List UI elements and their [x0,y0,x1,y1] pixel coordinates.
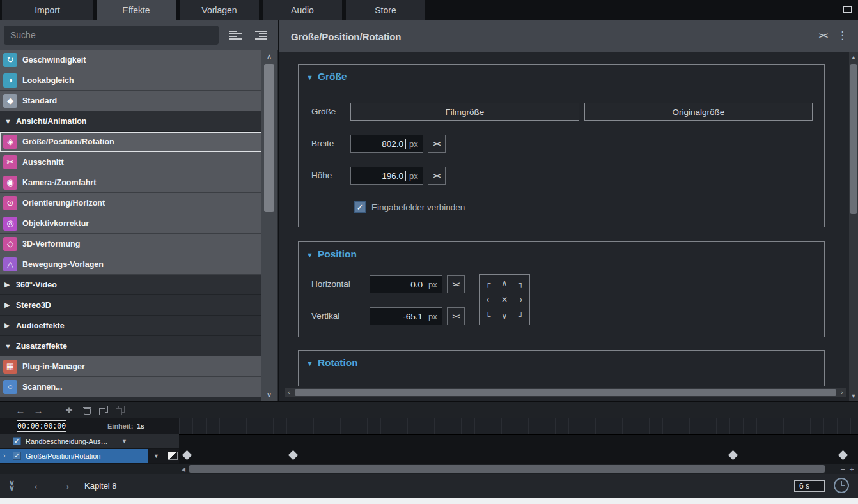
curve-editor-icon[interactable] [168,452,178,460]
move-left-button[interactable]: ‹ [480,291,496,308]
unit-value[interactable]: 1s [137,422,144,430]
horizontal-input[interactable]: 0.0 px [370,275,442,293]
move-down-button[interactable]: ∨ [496,308,513,325]
collapse-panel-icon[interactable]: ∨∨ [9,480,15,491]
tab-vorlagen[interactable]: Vorlagen [180,0,259,20]
track-enabled-checkbox[interactable]: ✓ [13,452,21,460]
move-bottom-right-button[interactable]: ┘ [513,308,529,325]
vertical-input[interactable]: -65.1 px [370,307,442,325]
keyframe-area[interactable] [179,418,858,464]
content-vertical-scrollbar[interactable]: ▲ ▼ [849,52,858,401]
tab-audio[interactable]: Audio [263,0,342,20]
undo-arrow-icon[interactable]: ← [13,402,28,418]
track-groesse-position-rotation[interactable]: › ✓ Größe/Position/Rotation ▼ [0,449,179,463]
sidebar-item-ansicht-animation[interactable]: ▼Ansicht/Animation [0,111,263,132]
add-keyframe-icon[interactable]: ✚ [61,402,77,418]
sidebar-item-bewegungs-vorlagen[interactable]: △Bewegungs-Vorlagen [0,254,263,275]
timeline-ruler[interactable] [179,418,858,434]
sidebar-item-gr-e-position-rotation[interactable]: ◈Größe/Position/Rotation [0,132,263,152]
copy-keyframe-icon[interactable] [96,402,111,418]
move-right-button[interactable]: › [513,291,529,308]
scrollbar-thumb[interactable] [189,465,825,473]
sidebar-item-audioeffekte[interactable]: ▶Audioeffekte [0,316,263,336]
position-section: ▼Position Horizontal 0.0 px >< Vertikal … [298,241,825,337]
clock-icon[interactable] [834,478,849,493]
tree-list-view-icon[interactable] [252,26,271,45]
chevron-down-icon[interactable]: ▼ [121,438,127,445]
chevron-right-icon[interactable]: › [3,452,5,459]
tab-store[interactable]: Store [346,0,425,20]
position-section-header[interactable]: ▼Position [306,248,357,260]
sidebar-item-lookabgleich[interactable]: ◑Lookabgleich [0,70,263,91]
move-bottom-left-button[interactable]: └ [480,308,496,325]
scrollbar-thumb[interactable] [264,64,274,212]
reset-height-button[interactable]: >< [428,167,446,185]
timecode-display[interactable]: 00:00:00:00 [17,420,66,432]
timeline-rows[interactable] [179,434,858,464]
sidebar-item-geschwindigkeit[interactable]: ↻Geschwindigkeit [0,50,263,70]
move-top-right-button[interactable]: ┐ [513,275,529,291]
kebab-menu-icon[interactable]: ⋮ [837,29,848,42]
scroll-down-icon[interactable]: ∨ [261,388,277,401]
sidebar-item-kamera-zoomfahrt[interactable]: ◉Kamera-/Zoomfahrt [0,172,263,193]
tab-effekte[interactable]: Effekte [97,0,176,20]
original-size-button[interactable]: Originalgröße [584,103,813,121]
sidebar-item-standard[interactable]: ◆Standard [0,91,263,111]
chevron-right-icon[interactable]: ▶ [4,321,16,330]
track-enabled-checkbox[interactable]: ✓ [13,437,21,445]
chevron-right-icon[interactable]: ▶ [4,301,16,309]
previous-object-icon[interactable]: ← [32,478,45,493]
height-input[interactable]: 196.0 px [350,167,423,185]
sidebar-item-orientierung-horizont[interactable]: ⊙Orientierung/Horizont [0,193,263,213]
scroll-up-icon[interactable]: ∧ [261,50,277,63]
reset-horizontal-button[interactable]: >< [447,275,465,293]
zoom-out-icon[interactable]: − [840,464,845,474]
duration-input[interactable]: 6 s [794,480,825,492]
tab-import[interactable]: Import [2,0,93,20]
link-fields-checkbox[interactable]: ✓ [354,201,366,213]
move-up-button[interactable]: ∧ [496,275,513,291]
scroll-down-icon[interactable]: ▼ [849,391,858,401]
reset-width-button[interactable]: >< [428,135,446,153]
window-icon[interactable] [843,6,852,13]
search-input[interactable]: Suche [4,26,219,45]
scroll-left-icon[interactable]: ◀ [181,466,185,473]
sidebar-item-3d-verformung[interactable]: ◇3D-Verformung [0,234,263,254]
motion-template-icon: △ [3,257,17,271]
sidebar-item-stereo3d[interactable]: ▶Stereo3D [0,295,263,316]
flat-list-view-icon[interactable] [226,26,245,45]
sidebar-item-360-video[interactable]: ▶360°-Video [0,275,263,295]
move-top-left-button[interactable]: ┌ [480,275,496,291]
scrollbar-thumb[interactable] [850,64,857,214]
sidebar-item-scannen[interactable]: ○Scannen... [0,377,263,397]
content-horizontal-scrollbar[interactable]: ‹ › [285,388,846,397]
track-randbeschneidung[interactable]: ✓ Randbeschneidung-Aus… ▼ [0,434,179,448]
scroll-right-icon[interactable]: › [838,388,846,397]
sidebar-item-zusatzeffekte[interactable]: ▼Zusatzeffekte [0,336,263,356]
next-object-icon[interactable]: → [59,478,72,493]
paste-keyframe-icon[interactable] [113,402,128,418]
reset-vertical-button[interactable]: >< [447,307,465,325]
rotation-section-header[interactable]: ▼Rotation [306,357,358,369]
redo-arrow-icon[interactable]: → [31,402,46,418]
chevron-right-icon[interactable]: ▶ [4,280,16,289]
sidebar-item-ausschnitt[interactable]: ✂Ausschnitt [0,152,263,172]
chevron-down-icon[interactable]: ▼ [153,453,159,459]
scrollbar-thumb[interactable] [295,389,836,396]
size-section-header[interactable]: ▼Größe [306,71,347,82]
zoom-in-icon[interactable]: + [849,464,854,474]
sidebar-scrollbar[interactable]: ∧ ∨ [261,50,277,401]
move-center-button[interactable]: ✕ [496,291,513,308]
sidebar-item-plug-in-manager[interactable]: ▦Plug-in-Manager [0,356,263,377]
timeline-scrollbar[interactable]: ◀ − + [0,464,858,474]
film-size-button[interactable]: Filmgröße [350,103,579,121]
sidebar-item-objektivkorrektur[interactable]: ◎Objektivkorrektur [0,213,263,234]
reset-effect-icon[interactable]: >< [819,31,827,40]
scroll-left-icon[interactable]: ‹ [285,388,293,397]
scroll-up-icon[interactable]: ▲ [849,52,858,63]
chevron-down-icon[interactable]: ▼ [4,118,16,125]
chevron-down-icon[interactable]: ▼ [4,342,16,350]
delete-keyframe-icon[interactable] [79,402,95,418]
link-fields-label: Eingabefelder verbinden [371,202,465,212]
width-input[interactable]: 802.0 px [350,135,423,153]
